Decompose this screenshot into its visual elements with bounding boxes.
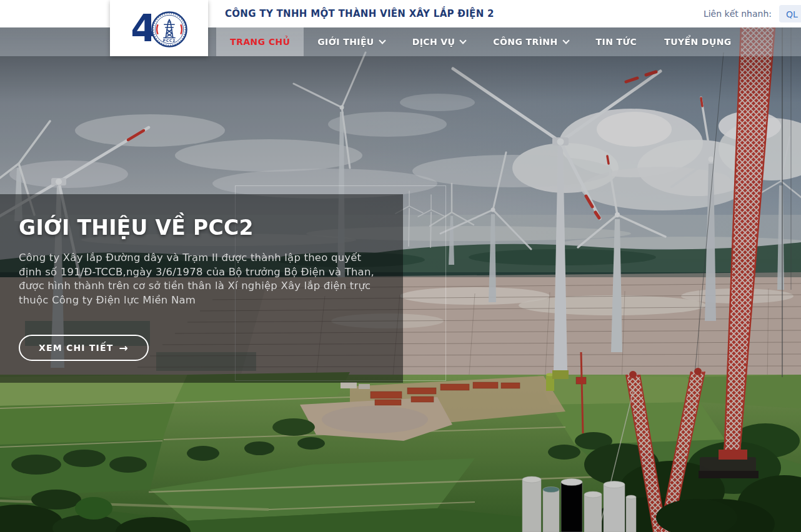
- quick-links-label: Liên kết nhanh:: [704, 9, 772, 19]
- nav-label: TRANG CHỦ: [230, 37, 290, 47]
- nav-label: TIN TỨC: [596, 37, 637, 47]
- logo[interactable]: 4 PCC2: [110, 0, 208, 56]
- emblem-label: PCC2: [163, 39, 176, 42]
- nav-item-tuyen-dung[interactable]: TUYỂN DỤNG: [650, 27, 745, 56]
- nav-label: CÔNG TRÌNH: [493, 37, 557, 47]
- pcc2-homepage: GIỚI THIỆU VỀ PCC2 Công ty Xây lắp Đường…: [0, 0, 801, 532]
- nav-list: TRANG CHỦ GIỚI THIỆU DỊCH VỤ CÔNG TRÌNH …: [216, 27, 745, 56]
- hero-description-line: định số 191/Đ-TCCB,ngày 3/6/1978 của Bộ …: [19, 265, 384, 280]
- company-name: CÔNG TY TNHH MỘT THÀNH VIÊN XÂY LẮP ĐIỆN…: [225, 8, 494, 19]
- nav-label: TUYỂN DỤNG: [664, 37, 731, 47]
- view-details-button[interactable]: XEM CHI TIẾT →: [19, 335, 149, 361]
- nav-item-dich-vu[interactable]: DỊCH VỤ: [399, 27, 480, 56]
- hero-overlay: GIỚI THIỆU VỀ PCC2 Công ty Xây lắp Đường…: [0, 194, 403, 383]
- nav-label: DỊCH VỤ: [412, 37, 455, 47]
- hero-description: Công ty Xây lắp Đường dây và Trạm II đượ…: [19, 251, 384, 307]
- pcc2-emblem-icon: PCC2: [151, 11, 187, 47]
- hero-description-line: thuộc Công ty Điện lực Miền Nam: [19, 293, 384, 308]
- nav-item-cong-trinh[interactable]: CÔNG TRÌNH: [479, 27, 582, 56]
- chevron-down-icon: [460, 37, 467, 44]
- nav-label: GIỚI THIỆU: [317, 37, 374, 47]
- hero-description-line: Công ty Xây lắp Đường dây và Trạm II đượ…: [19, 251, 384, 265]
- chevron-down-icon: [562, 37, 569, 44]
- nav-item-trang-chu[interactable]: TRANG CHỦ: [216, 27, 304, 56]
- nav-item-gioi-thieu[interactable]: GIỚI THIỆU: [304, 27, 398, 56]
- chevron-down-icon: [379, 37, 386, 44]
- arrow-right-icon: →: [119, 342, 129, 354]
- view-details-label: XEM CHI TIẾT: [39, 343, 114, 353]
- hero-description-line: được hình thành trên cơ sở tiền thân là …: [19, 279, 384, 293]
- quick-links: Liên kết nhanh: QL: [704, 5, 801, 22]
- quick-link-button[interactable]: QL: [779, 5, 801, 22]
- nav-item-tin-tuc[interactable]: TIN TỨC: [582, 27, 651, 56]
- hero-title: GIỚI THIỆU VỀ PCC2: [19, 215, 384, 240]
